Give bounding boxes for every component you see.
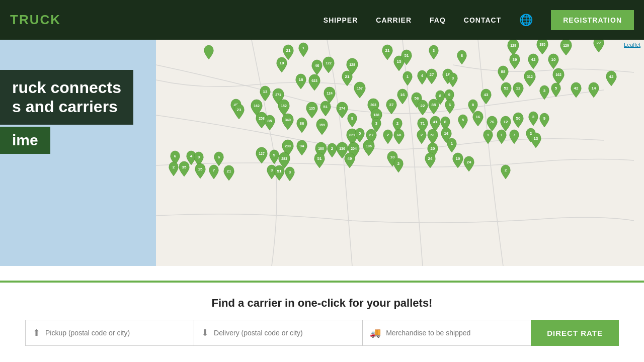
svg-text:21: 21	[227, 169, 231, 173]
svg-text:22: 22	[421, 104, 425, 108]
svg-text:8: 8	[472, 103, 474, 107]
svg-text:23: 23	[237, 108, 242, 112]
svg-text:9: 9	[543, 116, 546, 121]
svg-text:86: 86	[300, 121, 304, 126]
svg-text:49: 49	[348, 156, 352, 161]
merchandise-input[interactable]	[386, 329, 524, 337]
pickup-input[interactable]	[45, 329, 187, 337]
nav-contact[interactable]: CONTACT	[464, 16, 501, 24]
svg-text:162: 162	[555, 73, 561, 76]
svg-text:271: 271	[275, 93, 281, 97]
svg-text:12: 12	[504, 120, 508, 124]
svg-text:76: 76	[490, 120, 495, 124]
register-button[interactable]: REGISTRATION	[551, 10, 634, 30]
svg-text:6: 6	[449, 103, 451, 107]
merchandise-input-wrap: 🚚	[362, 320, 531, 346]
svg-text:71: 71	[421, 121, 425, 126]
svg-text:2: 2	[397, 161, 400, 166]
svg-text:258: 258	[259, 117, 265, 120]
svg-text:52: 52	[504, 86, 509, 90]
svg-text:9: 9	[273, 153, 276, 157]
hero-section: 2112131293951292710461221281551839421018…	[0, 40, 644, 266]
svg-text:85: 85	[432, 103, 436, 107]
svg-text:88: 88	[501, 69, 506, 74]
nav-faq[interactable]: FAQ	[430, 16, 446, 24]
svg-text:51: 51	[324, 105, 328, 109]
merchandise-icon: 🚚	[370, 327, 381, 338]
delivery-input[interactable]	[214, 329, 355, 337]
svg-text:623: 623	[311, 79, 317, 82]
svg-text:6: 6	[174, 154, 177, 158]
svg-text:136: 136	[339, 147, 345, 150]
svg-text:3: 3	[289, 170, 291, 174]
svg-text:283: 283	[281, 157, 287, 160]
svg-text:21: 21	[385, 48, 390, 53]
svg-text:16: 16	[400, 93, 405, 97]
hero-line1: ruck connects	[12, 78, 121, 97]
nav-carrier[interactable]: CARRIER	[376, 16, 412, 24]
svg-text:94: 94	[300, 144, 304, 148]
svg-text:43: 43	[484, 93, 489, 97]
svg-text:12: 12	[516, 86, 521, 90]
svg-text:1: 1	[487, 133, 490, 137]
delivery-icon: ⬇	[201, 327, 209, 338]
svg-text:3: 3	[375, 121, 378, 126]
nav-shipper[interactable]: SHIPPER	[324, 16, 358, 24]
navbar: TRUCK SHIPPER CARRIER FAQ CONTACT 🌐 REGI…	[0, 0, 644, 40]
svg-text:204: 204	[351, 147, 357, 150]
svg-text:1: 1	[501, 133, 503, 137]
language-icon[interactable]: 🌐	[519, 14, 533, 27]
svg-text:27: 27	[369, 133, 374, 137]
svg-text:68: 68	[397, 133, 401, 137]
svg-text:16: 16	[444, 131, 449, 136]
svg-text:24: 24	[428, 156, 433, 161]
svg-text:821: 821	[349, 133, 355, 137]
svg-text:340: 340	[285, 118, 291, 122]
svg-text:10: 10	[280, 61, 284, 65]
svg-text:5: 5	[359, 131, 361, 136]
svg-text:16: 16	[476, 115, 480, 119]
svg-text:42: 42	[609, 74, 614, 79]
svg-text:85: 85	[268, 119, 272, 123]
svg-text:3: 3	[532, 115, 535, 119]
svg-text:129: 129	[563, 44, 569, 47]
svg-text:15: 15	[198, 167, 203, 171]
svg-text:128: 128	[349, 63, 355, 66]
svg-text:56: 56	[415, 96, 419, 101]
svg-text:1: 1	[451, 141, 453, 146]
direct-rate-button[interactable]: DIRECT RATE	[531, 320, 619, 346]
pickup-icon: ⬆	[33, 327, 40, 338]
svg-text:290: 290	[285, 144, 291, 148]
svg-text:13: 13	[263, 89, 268, 94]
svg-text:129: 129	[510, 44, 516, 47]
svg-text:4: 4	[421, 73, 424, 78]
svg-text:10: 10	[390, 155, 395, 159]
svg-text:1: 1	[407, 74, 409, 79]
svg-text:2: 2	[173, 165, 175, 169]
svg-text:41: 41	[433, 120, 438, 124]
svg-text:51: 51	[405, 53, 409, 58]
svg-text:124: 124	[327, 92, 333, 95]
svg-text:18: 18	[299, 77, 303, 82]
logo: TRUCK	[10, 12, 61, 28]
svg-text:127: 127	[259, 152, 265, 155]
svg-text:6: 6	[218, 155, 220, 159]
svg-text:312: 312	[527, 75, 533, 78]
svg-text:180: 180	[318, 147, 324, 150]
svg-text:152: 152	[281, 104, 287, 108]
svg-text:10: 10	[551, 57, 556, 62]
svg-text:274: 274	[339, 107, 345, 110]
svg-text:27: 27	[597, 41, 601, 45]
svg-text:1: 1	[302, 46, 305, 50]
svg-text:5: 5	[555, 86, 557, 90]
hero-line2: s and carriers	[12, 97, 121, 116]
svg-text:8: 8	[439, 94, 442, 98]
svg-text:5: 5	[462, 118, 464, 122]
svg-text:9: 9	[198, 155, 200, 159]
svg-text:2: 2	[421, 133, 423, 137]
pickup-input-wrap: ⬆	[25, 320, 194, 346]
svg-text:21: 21	[286, 48, 291, 53]
search-fields: ⬆ ⬇ 🚚 DIRECT RATE	[25, 320, 619, 346]
svg-text:2: 2	[331, 146, 334, 151]
svg-text:27: 27	[430, 72, 434, 77]
